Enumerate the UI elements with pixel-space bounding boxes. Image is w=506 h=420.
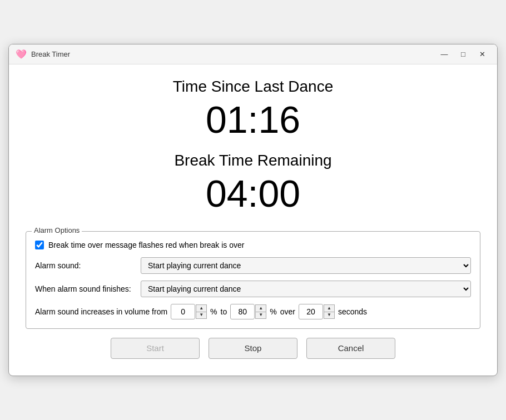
volume-from-up-arrow[interactable]: ▲ (196, 304, 207, 312)
volume-from-arrows: ▲ ▼ (196, 304, 207, 319)
main-content: Time Since Last Dance 01:16 Break Time R… (9, 64, 497, 376)
break-remaining-label: Break Time Remaining (26, 152, 480, 169)
alarm-sound-row: Alarm sound: Start playing current dance… (35, 257, 471, 274)
volume-to-label: to (221, 307, 227, 316)
alarm-options-group: Alarm Options Break time over message fl… (26, 231, 480, 329)
flash-checkbox-row: Break time over message flashes red when… (35, 241, 471, 249)
volume-from-down-arrow[interactable]: ▼ (196, 312, 207, 319)
volume-seconds-up-arrow[interactable]: ▲ (324, 304, 335, 312)
volume-seconds-arrows: ▲ ▼ (324, 304, 335, 319)
volume-to-arrows: ▲ ▼ (255, 304, 266, 319)
minimize-button[interactable]: — (436, 48, 453, 61)
seconds-label: seconds (338, 307, 367, 316)
flash-checkbox[interactable] (35, 241, 44, 249)
main-window: 🩷 Break Timer — □ ✕ Time Since Last Danc… (8, 44, 498, 376)
volume-to-down-arrow[interactable]: ▼ (255, 312, 266, 319)
volume-over-label: over (280, 307, 295, 316)
volume-from-input[interactable] (171, 304, 195, 319)
time-since-label: Time Since Last Dance (26, 78, 480, 96)
volume-to-spinner: ▲ ▼ (230, 304, 266, 319)
volume-prefix-label: Alarm sound increases in volume from (35, 307, 167, 316)
footer-buttons: Start Stop Cancel (26, 329, 480, 364)
volume-from-spinner: ▲ ▼ (171, 304, 207, 319)
time-since-value: 01:16 (26, 99, 480, 141)
app-icon: 🩷 (16, 49, 27, 60)
volume-seconds-down-arrow[interactable]: ▼ (324, 312, 335, 319)
break-remaining-value: 04:00 (26, 173, 480, 214)
flash-checkbox-label: Break time over message flashes red when… (48, 241, 245, 249)
volume-row: Alarm sound increases in volume from ▲ ▼… (35, 304, 471, 319)
time-since-section: Time Since Last Dance 01:16 (26, 78, 480, 146)
alarm-options-legend: Alarm Options (32, 226, 82, 234)
close-button[interactable]: ✕ (474, 48, 490, 61)
alarm-sound-select[interactable]: Start playing current dance None Beep Cu… (141, 257, 471, 274)
title-bar: 🩷 Break Timer — □ ✕ (9, 44, 497, 64)
volume-seconds-spinner: ▲ ▼ (299, 304, 335, 319)
cancel-button[interactable]: Cancel (306, 338, 395, 359)
stop-button[interactable]: Stop (209, 338, 297, 359)
window-title: Break Timer (31, 50, 431, 58)
volume-to-input[interactable] (230, 304, 255, 319)
when-alarm-finishes-select[interactable]: Start playing current dance None Loop Cu… (141, 281, 471, 297)
break-remaining-section: Break Time Remaining 04:00 (26, 152, 480, 220)
when-alarm-finishes-label: When alarm sound finishes: (35, 284, 135, 293)
start-button[interactable]: Start (111, 338, 200, 359)
percent-label-2: % (270, 307, 276, 316)
percent-label-1: % (210, 307, 217, 316)
when-alarm-finishes-row: When alarm sound finishes: Start playing… (35, 281, 471, 297)
window-controls: — □ ✕ (436, 48, 490, 61)
maximize-button[interactable]: □ (455, 48, 472, 61)
volume-seconds-input[interactable] (299, 304, 323, 319)
volume-to-up-arrow[interactable]: ▲ (255, 304, 266, 312)
alarm-sound-label: Alarm sound: (35, 261, 135, 270)
